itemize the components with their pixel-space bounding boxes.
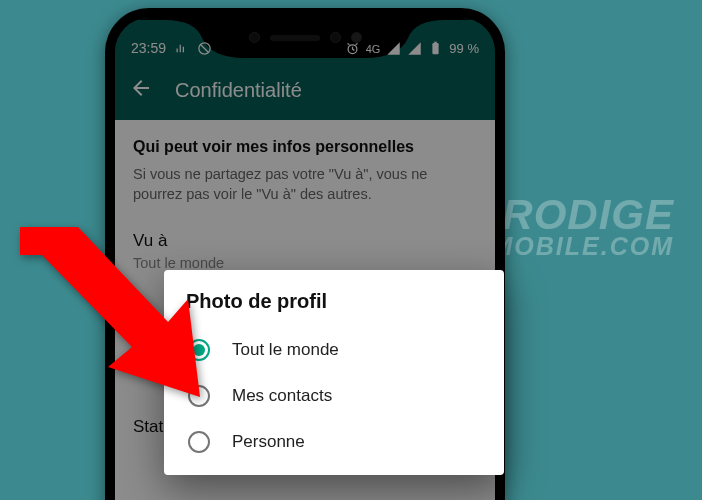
radio-option-nobody[interactable]: Personne bbox=[186, 419, 482, 465]
radio-option-contacts[interactable]: Mes contacts bbox=[186, 373, 482, 419]
radio-label: Tout le monde bbox=[232, 340, 339, 360]
svg-marker-4 bbox=[20, 227, 200, 397]
profile-photo-dialog: Photo de profil Tout le monde Mes contac… bbox=[164, 270, 504, 475]
radio-icon bbox=[188, 431, 210, 453]
annotation-arrow bbox=[20, 227, 200, 397]
radio-label: Personne bbox=[232, 432, 305, 452]
dialog-title: Photo de profil bbox=[186, 290, 482, 313]
radio-option-everyone[interactable]: Tout le monde bbox=[186, 327, 482, 373]
radio-label: Mes contacts bbox=[232, 386, 332, 406]
